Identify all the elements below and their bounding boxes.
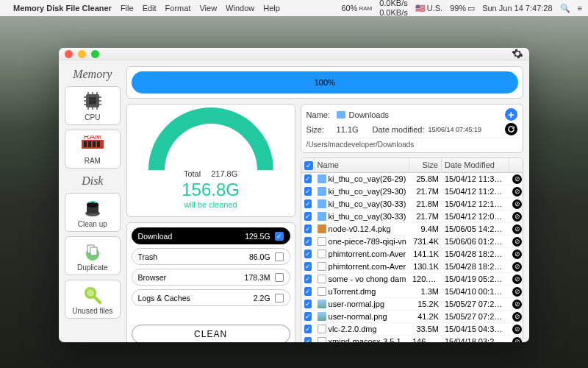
file-type-icon <box>318 262 326 271</box>
menu-help[interactable]: Help <box>263 4 280 13</box>
row-checkbox[interactable]: ✓ <box>304 262 312 271</box>
category-checkbox[interactable] <box>275 294 284 302</box>
row-checkbox[interactable]: ✓ <box>304 237 312 246</box>
table-row[interactable]: ✓phimtorrent.com-Aver130.1K15/04/28 18:2… <box>301 261 523 273</box>
settings-gear-icon[interactable] <box>512 48 523 60</box>
table-row[interactable]: ✓user-normal.jpg15.2K15/05/27 07:28:25⊘ <box>301 298 523 311</box>
add-folder-button[interactable]: + <box>505 108 517 121</box>
menu-file[interactable]: File <box>121 4 134 13</box>
menu-window[interactable]: Window <box>226 4 254 13</box>
table-row[interactable]: ✓phimtorrent.com-Aver141.1K15/04/28 18:2… <box>301 248 523 261</box>
menubar-net[interactable]: 0.0KB/s0.0KB/s <box>379 0 408 17</box>
svg-rect-17 <box>93 141 96 147</box>
sidebar-item-label: Unused files <box>72 307 112 315</box>
table-row[interactable]: ✓uTorrent.dmg1.3M15/04/10 00:11:53⊘ <box>301 286 523 298</box>
row-checkbox[interactable]: ✓ <box>304 187 312 196</box>
file-size: 33.5M <box>409 325 442 333</box>
table-row[interactable]: ✓node-v0.12.4.pkg9.4M15/06/05 14:24:42⊘ <box>301 223 523 236</box>
menubar-clock[interactable]: Sun Jun 14 7:47:28 <box>482 4 552 13</box>
category-row[interactable]: Download129.5G✓ <box>132 227 290 244</box>
select-all-checkbox[interactable]: ✓ <box>304 161 313 170</box>
row-checkbox[interactable]: ✓ <box>304 212 312 221</box>
folder-info-panel: Name: Downloads + Size: 11.1G Date modif… <box>301 104 523 153</box>
info-size-value: 11.1G <box>337 125 359 134</box>
menubar-ram[interactable]: 60%RAM <box>341 4 372 13</box>
row-block-icon[interactable]: ⊘ <box>512 262 522 272</box>
row-block-icon[interactable]: ⊘ <box>512 224 522 234</box>
progress-bar: 100% <box>132 71 518 93</box>
table-row[interactable]: ✓ki_thu_co_vay(30-33)21.7M15/04/12 12:02… <box>301 210 523 223</box>
file-name: xmind-macosx-3.5.1. <box>329 337 404 342</box>
row-checkbox[interactable]: ✓ <box>304 337 312 342</box>
clean-button[interactable]: CLEAN <box>132 325 290 342</box>
row-block-icon[interactable]: ⊘ <box>512 337 522 343</box>
table-row[interactable]: ✓ki_thu_co_vay(26-29)25.8M15/04/12 11:30… <box>301 173 523 185</box>
table-row[interactable]: ✓vlc-2.2.0.dmg33.5M15/04/15 04:32:31⊘ <box>301 323 523 336</box>
row-block-icon[interactable]: ⊘ <box>512 174 522 184</box>
menu-format[interactable]: Format <box>165 4 191 13</box>
row-checkbox[interactable]: ✓ <box>304 174 312 183</box>
row-checkbox[interactable]: ✓ <box>304 300 312 308</box>
sidebar-item-duplicate[interactable]: Duplicate <box>65 236 121 275</box>
category-checkbox[interactable] <box>275 273 284 282</box>
file-size: 1.3M <box>409 287 442 296</box>
gauge-panel: Total217.8G 156.8G will be cleaned <box>126 104 295 217</box>
table-row[interactable]: ✓some - vo chong dam120.3M15/04/19 05:26… <box>301 273 523 286</box>
sidebar-item-ram[interactable]: RAM RAM <box>65 130 121 169</box>
category-checkbox[interactable]: ✓ <box>275 232 284 241</box>
category-row[interactable]: Trash86.0G <box>132 248 290 265</box>
row-checkbox[interactable]: ✓ <box>304 312 312 321</box>
minimize-icon[interactable] <box>78 50 86 58</box>
row-block-icon[interactable]: ⊘ <box>512 187 522 197</box>
category-size: 178.3M <box>245 273 270 282</box>
zoom-icon[interactable] <box>91 50 99 58</box>
app-window: Memory CPU RAM RAM Disk Clean up Duplica… <box>59 48 529 342</box>
row-block-icon[interactable]: ⊘ <box>512 237 522 247</box>
row-block-icon[interactable]: ⊘ <box>512 250 522 259</box>
row-checkbox[interactable]: ✓ <box>304 287 312 296</box>
sidebar-item-cleanup[interactable]: Clean up <box>65 193 121 232</box>
menu-edit[interactable]: Edit <box>143 4 157 13</box>
file-size: 9.4M <box>409 224 442 233</box>
col-date[interactable]: Date Modified <box>442 158 509 172</box>
row-checkbox[interactable]: ✓ <box>304 224 312 233</box>
category-checkbox[interactable] <box>275 252 284 261</box>
row-checkbox[interactable]: ✓ <box>304 275 312 283</box>
close-icon[interactable] <box>65 50 73 58</box>
table-row[interactable]: ✓ki_thu_co_vay(29-30)21.7M15/04/12 11:27… <box>301 185 523 198</box>
file-size: 146.0M <box>409 337 442 342</box>
sidebar-item-label: Duplicate <box>77 263 108 272</box>
col-name[interactable]: Name <box>315 158 409 172</box>
row-checkbox[interactable]: ✓ <box>304 199 312 208</box>
refresh-button[interactable] <box>505 123 517 135</box>
row-block-icon[interactable]: ⊘ <box>512 325 522 334</box>
file-size: 21.7M <box>409 212 442 221</box>
table-row[interactable]: ✓one-piece-789-qiqi-vn731.4K15/06/06 01:… <box>301 236 523 248</box>
menubar-spotlight-icon[interactable]: 🔍 <box>560 4 570 13</box>
row-block-icon[interactable]: ⊘ <box>512 199 522 209</box>
menubar-list-icon[interactable]: ≡ <box>578 4 582 13</box>
row-checkbox[interactable]: ✓ <box>304 250 312 258</box>
file-type-icon <box>318 287 326 296</box>
titlebar[interactable] <box>59 48 529 60</box>
row-checkbox[interactable]: ✓ <box>304 325 312 333</box>
table-row[interactable]: ✓ki_thu_co_vay(30-33)21.8M15/04/12 12:12… <box>301 198 523 210</box>
menu-view[interactable]: View <box>199 4 217 13</box>
table-row[interactable]: ✓user-normal.png41.2K15/05/27 07:24:32⊘ <box>301 311 523 323</box>
col-size[interactable]: Size <box>409 158 442 172</box>
row-block-icon[interactable]: ⊘ <box>512 212 522 222</box>
category-row[interactable]: Logs & Caches2.2G <box>132 289 290 306</box>
menubar-battery[interactable]: 99% ▭ <box>450 4 475 13</box>
row-block-icon[interactable]: ⊘ <box>512 275 522 284</box>
row-block-icon[interactable]: ⊘ <box>512 312 522 322</box>
sidebar-item-unused[interactable]: Unused files <box>65 280 121 319</box>
row-block-icon[interactable]: ⊘ <box>512 300 522 309</box>
sidebar-item-cpu[interactable]: CPU <box>65 86 121 125</box>
row-block-icon[interactable]: ⊘ <box>512 287 522 297</box>
category-row[interactable]: Browser178.3M <box>132 269 290 286</box>
table-row[interactable]: ✓xmind-macosx-3.5.1.146.0M15/04/18 03:26… <box>301 336 523 342</box>
table-body[interactable]: ✓ki_thu_co_vay(26-29)25.8M15/04/12 11:30… <box>301 173 523 342</box>
app-name[interactable]: Memory Disk File Cleaner <box>13 4 112 13</box>
file-date: 15/04/10 00:11:53 <box>442 287 509 296</box>
menubar-flag-icon[interactable]: 🇺🇸 U.S. <box>415 4 442 13</box>
